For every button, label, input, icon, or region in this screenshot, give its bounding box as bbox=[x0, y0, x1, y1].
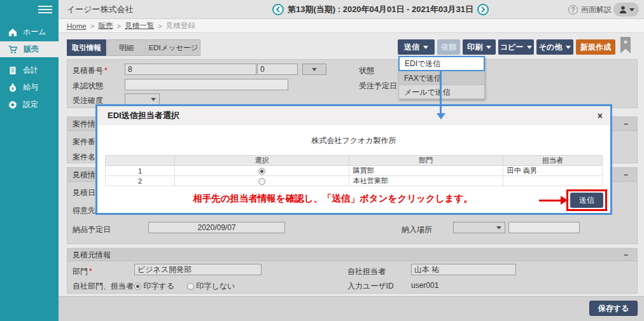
sidebar-item-home[interactable]: ホーム bbox=[0, 24, 59, 40]
recipient-radio[interactable] bbox=[258, 168, 265, 175]
recipient-radio[interactable] bbox=[258, 178, 265, 185]
print-no-option[interactable]: 印字しない bbox=[187, 281, 235, 292]
chevron-down-icon bbox=[496, 226, 501, 229]
quote-source-header: 見積元情報 − bbox=[67, 249, 637, 261]
highlight-box: 送信 bbox=[566, 189, 607, 211]
sidebar-item-accounting[interactable]: 会計 bbox=[0, 62, 59, 78]
row-select-cell bbox=[175, 166, 349, 176]
print-no-radio[interactable] bbox=[187, 283, 194, 290]
request-button[interactable]: 依頼 bbox=[437, 39, 460, 55]
col-index bbox=[106, 156, 175, 166]
row-department: 本社営業部 bbox=[349, 176, 503, 186]
table-row: 2 本社営業部 bbox=[106, 176, 603, 186]
print-button[interactable]: 印刷 bbox=[463, 39, 496, 55]
print-option-label: 自社部門、担当者 bbox=[73, 281, 134, 292]
create-new-button[interactable]: 新規作成 bbox=[576, 39, 615, 55]
row-select-cell bbox=[175, 176, 349, 186]
quote-source-panel: 見積元情報 − 部門* 自社担当者 自社部門、担当者 印字する 印字しない 入力… bbox=[67, 248, 638, 294]
sidebar: ホーム 販売 会計 ¥ 給与 設定 bbox=[0, 19, 59, 321]
quote-no-dropdown-button[interactable] bbox=[302, 64, 326, 75]
chevron-down-icon bbox=[423, 46, 428, 49]
sidebar-item-label: ホーム bbox=[23, 27, 46, 38]
send-button[interactable]: 送信 bbox=[398, 39, 435, 55]
favorite-bookmark-button[interactable]: ★ bbox=[620, 37, 631, 53]
delivery-place-select[interactable] bbox=[453, 222, 505, 233]
user-menu-button[interactable] bbox=[613, 3, 639, 17]
own-person-input[interactable] bbox=[411, 264, 516, 275]
tab-label: EDIメッセージ bbox=[149, 43, 199, 53]
help-group[interactable]: 画面解説 bbox=[568, 0, 612, 19]
sidebar-item-payroll[interactable]: ¥ 給与 bbox=[0, 79, 59, 95]
annotation-arrow-head-icon bbox=[437, 113, 445, 120]
collapse-button[interactable]: − bbox=[624, 249, 628, 261]
star-icon: ★ bbox=[623, 37, 628, 53]
required-mark: * bbox=[89, 267, 92, 276]
brand-block bbox=[0, 0, 59, 19]
create-new-button-label: 新規作成 bbox=[580, 42, 611, 53]
breadcrumb-sales[interactable]: 販売 bbox=[98, 21, 113, 31]
print-yes-option[interactable]: 印字する bbox=[134, 281, 174, 292]
collapse-button[interactable]: − bbox=[624, 168, 628, 182]
col-department: 部門 bbox=[349, 156, 503, 166]
print-yes-radio[interactable] bbox=[134, 283, 141, 290]
tab-edi-message[interactable]: EDIメッセージ bbox=[146, 39, 200, 56]
delivery-place-input[interactable] bbox=[508, 222, 580, 233]
chevron-left-icon bbox=[276, 6, 281, 13]
col-person: 担当者 bbox=[503, 156, 602, 166]
app-window: イージー株式会社 第13期(当期) : 2020年04月01日 - 2021年0… bbox=[0, 0, 644, 321]
order-probability-select[interactable] bbox=[125, 93, 160, 105]
quote-no-input[interactable] bbox=[125, 64, 256, 75]
row-department: 購買部 bbox=[349, 166, 503, 176]
chevron-down-icon bbox=[629, 8, 634, 11]
delivery-date-input[interactable] bbox=[148, 222, 285, 233]
department-label: 部門* bbox=[73, 266, 92, 277]
chevron-down-icon bbox=[151, 98, 156, 101]
dialog-send-button[interactable]: 送信 bbox=[570, 193, 603, 208]
request-button-label: 依頼 bbox=[441, 42, 456, 53]
other-button[interactable]: その他 bbox=[536, 39, 573, 55]
sidebar-item-settings[interactable]: 設定 bbox=[0, 97, 59, 113]
previous-period-button[interactable] bbox=[272, 4, 284, 15]
user-icon bbox=[619, 5, 627, 14]
chevron-right-icon bbox=[480, 6, 486, 13]
tab-label: 明細 bbox=[119, 43, 134, 53]
tab-details[interactable]: 明細 bbox=[107, 39, 146, 56]
department-input[interactable] bbox=[134, 264, 262, 275]
copy-button-label: コピー bbox=[500, 42, 524, 53]
menu-item-send-fax[interactable]: FAXで送信 bbox=[398, 71, 485, 85]
required-mark: * bbox=[104, 66, 108, 75]
question-icon bbox=[568, 5, 578, 15]
next-period-button[interactable] bbox=[477, 4, 489, 15]
recipient-company-name: 株式会社フクオカ製作所 bbox=[97, 135, 610, 146]
menu-item-send-mail[interactable]: メールで送信 bbox=[398, 85, 485, 99]
breadcrumb-separator: > bbox=[90, 22, 95, 30]
copy-button[interactable]: コピー bbox=[498, 39, 534, 55]
project-name-label: 案件名 bbox=[73, 152, 95, 163]
period-navigator: 第13期(当期) : 2020年04月01日 - 2021年03月31日 bbox=[272, 0, 489, 19]
order-date-label: 受注予定日 bbox=[359, 81, 397, 92]
tab-transaction-info[interactable]: 取引情報 bbox=[67, 39, 106, 56]
breadcrumb-home[interactable]: Home bbox=[67, 22, 87, 30]
dialog-title: EDI送信担当者選択 bbox=[108, 110, 598, 121]
save-button[interactable]: 保存する bbox=[589, 301, 638, 316]
edi-recipient-dialog: EDI送信担当者選択 × 株式会社フクオカ製作所 選択 部門 担当者 1 購買部… bbox=[95, 104, 612, 215]
menu-item-send-edi[interactable]: EDIで送信 bbox=[398, 56, 485, 71]
quote-no-branch-input[interactable] bbox=[257, 64, 298, 75]
close-icon[interactable]: × bbox=[598, 111, 603, 121]
row-person bbox=[503, 176, 602, 186]
footer-bar: 保存する bbox=[59, 296, 644, 321]
help-label: 画面解説 bbox=[581, 4, 612, 15]
collapse-button[interactable]: − bbox=[624, 117, 628, 131]
dialog-header: EDI送信担当者選択 × bbox=[97, 106, 610, 125]
approval-status-input[interactable] bbox=[125, 79, 288, 90]
gear-icon bbox=[8, 100, 17, 109]
status-label: 状態 bbox=[359, 65, 374, 76]
send-dropdown-menu: EDIで送信 FAXで送信 メールで送信 bbox=[398, 56, 485, 99]
breadcrumb-quote-list[interactable]: 見積一覧 bbox=[125, 21, 154, 31]
hamburger-menu-icon[interactable] bbox=[38, 6, 52, 13]
sidebar-item-label: 会計 bbox=[23, 65, 38, 76]
sidebar-item-sales[interactable]: 販売 bbox=[0, 41, 59, 57]
company-name: イージー株式会社 bbox=[67, 0, 134, 19]
print-yes-label: 印字する bbox=[143, 282, 174, 290]
quote-date-label: 見積日 bbox=[73, 188, 95, 198]
